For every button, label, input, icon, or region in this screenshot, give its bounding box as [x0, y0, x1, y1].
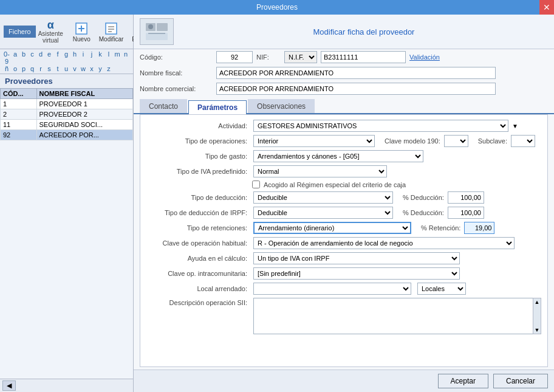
sidebar-bottom: ◀: [0, 379, 133, 392]
regimen-checkbox[interactable]: [252, 181, 260, 188]
textarea-scroll-up[interactable]: ▲: [533, 298, 541, 306]
tipo-operaciones-select[interactable]: Interior Intracomunitario Extracomunitar…: [253, 135, 375, 147]
alpha-d[interactable]: d: [36, 50, 45, 65]
close-button[interactable]: ✕: [539, 0, 554, 15]
alpha-09[interactable]: 0-9: [2, 50, 11, 65]
row-name: PROVEEDOR 1: [36, 99, 133, 109]
tipo-deduccion-irpf-row: Tipo de deducción de IRPF: Deducible No …: [146, 207, 541, 219]
tipo-deduccion-select[interactable]: Deducible No deducible: [253, 191, 393, 204]
nif-label: NIF:: [256, 53, 281, 61]
alpha-k[interactable]: k: [96, 50, 104, 65]
nombre-comercial-input[interactable]: [216, 83, 496, 95]
row-name: ACREEDOR POR...: [36, 130, 133, 140]
clave-op-habitual-row: Clave de operación habitual: R - Operaci…: [146, 237, 541, 249]
sidebar-scroll-left[interactable]: ◀: [2, 380, 16, 391]
clave-op-habitual-select[interactable]: R - Operación de arrendamiento de local …: [253, 237, 515, 249]
nif-input[interactable]: [321, 51, 406, 63]
fichero-menu[interactable]: Fichero: [4, 26, 36, 38]
clave-modelo-select[interactable]: [444, 135, 468, 147]
alpha-p[interactable]: p: [19, 65, 28, 72]
alpha-m[interactable]: m: [113, 50, 121, 65]
alpha-x[interactable]: x: [87, 65, 96, 72]
alpha-f[interactable]: f: [53, 50, 62, 65]
desc-operacion-textarea[interactable]: [253, 298, 541, 334]
alpha-ñ[interactable]: ñ: [2, 65, 11, 72]
alpha-l[interactable]: l: [104, 50, 113, 65]
local-arrendado-select[interactable]: [253, 283, 411, 295]
textarea-scroll-down[interactable]: ▼: [533, 326, 541, 334]
list-title: Proveedores: [0, 74, 133, 88]
tipo-retenciones-select[interactable]: Arrendamiento (dinerario) Actividades pr…: [253, 222, 411, 234]
aceptar-button[interactable]: Aceptar: [438, 374, 488, 388]
tipo-deduccion-row: Tipo de deducción: Deducible No deducibl…: [146, 191, 541, 204]
regimen-label: Acogido al Régimen especial del criterio…: [264, 181, 406, 188]
alpha-t[interactable]: t: [53, 65, 62, 72]
alpha-u[interactable]: u: [62, 65, 70, 72]
alpha-j[interactable]: j: [87, 50, 96, 65]
alpha-a[interactable]: a: [11, 50, 19, 65]
actividad-row: Actividad: GESTORES ADMINISTRATIVOS ▼: [146, 120, 541, 132]
codigo-row: Código: NIF: N.I.F. C.I.F. N.I.E. Valida…: [134, 49, 554, 65]
subclave-select[interactable]: [511, 135, 535, 147]
nif-type-select[interactable]: N.I.F. C.I.F. N.I.E.: [284, 51, 317, 63]
table-row[interactable]: 92 ACREEDOR POR...: [1, 130, 133, 140]
tab-parametros[interactable]: Parámetros: [188, 100, 247, 114]
ayuda-calculo-select[interactable]: Un tipo de IVA con IRPF Sin ayuda: [253, 252, 460, 264]
local-arrendado-label: Local arrendado:: [146, 285, 250, 292]
alpha-w[interactable]: w: [79, 65, 87, 72]
alpha-z[interactable]: z: [104, 65, 113, 72]
alpha-q[interactable]: q: [28, 65, 36, 72]
alpha-o[interactable]: o: [11, 65, 19, 72]
tipo-gasto-select[interactable]: Arrendamientos y cánones - [G05]: [253, 150, 423, 162]
alpha-c[interactable]: c: [28, 50, 36, 65]
alpha-i[interactable]: i: [79, 50, 87, 65]
alpha-g[interactable]: g: [62, 50, 70, 65]
tipo-iva-label: Tipo de IVA predefinido:: [146, 168, 250, 175]
row-id: 1: [1, 99, 37, 109]
alpha-y[interactable]: y: [96, 65, 104, 72]
pct-deduccion-label: % Deducción:: [403, 194, 444, 201]
pct-deduccion-irpf-input[interactable]: [448, 207, 484, 219]
pct-deduccion-irpf-label: % Deducción:: [403, 209, 444, 216]
codigo-label: Código:: [140, 53, 213, 61]
modificar-button[interactable]: Modificar: [95, 20, 128, 44]
clave-op-intra-select[interactable]: [Sin predefinir]: [253, 267, 460, 280]
tipo-iva-select[interactable]: Normal Reducido Superreducido: [253, 165, 387, 177]
nombre-comercial-label: Nombre comercial:: [140, 85, 213, 92]
alpha-e[interactable]: e: [45, 50, 53, 65]
alpha-v[interactable]: v: [70, 65, 79, 72]
local-tipo-select[interactable]: Locales: [417, 283, 466, 295]
table-row[interactable]: 2 PROVEEDOR 2: [1, 109, 133, 120]
clave-op-intra-label: Clave op. intracomunitaria:: [146, 270, 250, 277]
alpha-s[interactable]: s: [45, 65, 53, 72]
pct-deduccion-input[interactable]: [448, 191, 484, 204]
alpha-n[interactable]: n: [121, 50, 130, 65]
subclave-label: Subclave:: [478, 137, 507, 145]
actividad-label: Actividad:: [146, 122, 250, 129]
desc-operacion-label: Descripción operación SII:: [146, 298, 250, 306]
vendor-icon: [140, 18, 174, 45]
tab-observaciones[interactable]: Observaciones: [248, 99, 315, 113]
pct-retencion-label: % Retención:: [421, 224, 460, 232]
table-row[interactable]: 1 PROVEEDOR 1: [1, 99, 133, 109]
actividad-select[interactable]: GESTORES ADMINISTRATIVOS: [253, 120, 508, 132]
clave-modelo-label: Clave modelo 190:: [385, 137, 440, 145]
nuevo-button[interactable]: Nuevo: [69, 20, 94, 44]
tipo-deduccion-irpf-select[interactable]: Deducible No deducible: [253, 207, 393, 219]
validation-link[interactable]: Validación: [409, 53, 440, 61]
alpha-h[interactable]: h: [70, 50, 79, 65]
tipo-retenciones-row: Tipo de retenciones: Arrendamiento (dine…: [146, 222, 541, 234]
nombre-comercial-row: Nombre comercial:: [134, 81, 554, 97]
alpha-r[interactable]: r: [36, 65, 45, 72]
checkbox-row: Acogido al Régimen especial del criterio…: [146, 181, 541, 188]
pct-retencion-input[interactable]: [464, 222, 494, 234]
alpha-b[interactable]: b: [19, 50, 28, 65]
row-name: PROVEEDOR 2: [36, 109, 133, 120]
clave-op-intra-row: Clave op. intracomunitaria: [Sin predefi…: [146, 267, 541, 280]
cancelar-button[interactable]: Cancelar: [493, 374, 548, 388]
tab-contacto[interactable]: Contacto: [140, 99, 187, 113]
nombre-fiscal-input[interactable]: [216, 67, 496, 79]
codigo-input[interactable]: [216, 51, 253, 63]
table-row[interactable]: 11 SEGURIDAD SOCI...: [1, 120, 133, 130]
row-id: 2: [1, 109, 37, 120]
